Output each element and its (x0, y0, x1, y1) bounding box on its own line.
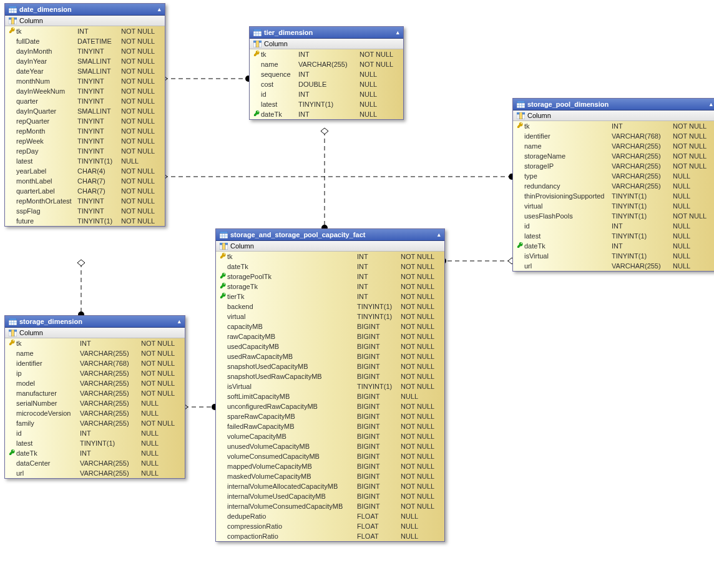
column-row[interactable]: nameVARCHAR(255)NOT NULL (250, 59, 403, 69)
column-row[interactable]: nameVARCHAR(255)NOT NULL (5, 348, 185, 358)
entity-table[interactable]: date_dimension▴ColumntkINTNOT NULLfullDa… (4, 3, 165, 227)
column-row[interactable]: tkINTNOT NULL (216, 252, 444, 262)
column-row[interactable]: dateTkINTNULL (513, 241, 714, 251)
column-row[interactable]: serialNumberVARCHAR(255)NULL (5, 398, 185, 408)
table-title-bar[interactable]: storage_pool_dimension▴ (513, 99, 714, 110)
column-row[interactable]: latestTINYINT(1)NULL (5, 438, 185, 448)
collapse-icon[interactable]: ▴ (438, 232, 441, 238)
collapse-icon[interactable]: ▴ (396, 29, 399, 36)
table-title-bar[interactable]: tier_dimension▴ (250, 27, 403, 39)
column-row[interactable]: identifierVARCHAR(768)NOT NULL (513, 131, 714, 141)
column-row[interactable]: futureTINYINT(1)NOT NULL (5, 216, 165, 226)
collapse-icon[interactable]: ▴ (710, 101, 713, 107)
column-row[interactable]: volumeCapacityMBBIGINTNOT NULL (216, 431, 444, 441)
column-row[interactable]: unconfiguredRawCapacityMBBIGINTNOT NULL (216, 401, 444, 411)
column-row[interactable]: manufacturerVARCHAR(255)NOT NULL (5, 388, 185, 398)
collapse-icon[interactable]: ▴ (158, 6, 161, 12)
column-row[interactable]: ipVARCHAR(255)NOT NULL (5, 368, 185, 378)
column-row[interactable]: isVirtualTINYINT(1)NOT NULL (216, 381, 444, 391)
column-row[interactable]: typeVARCHAR(255)NULL (513, 171, 714, 181)
column-row[interactable]: compressionRatioFLOATNULL (216, 521, 444, 531)
column-row[interactable]: latestTINYINT(1)NULL (5, 156, 165, 166)
column-row[interactable]: dateTkINTNULL (250, 109, 403, 119)
column-row[interactable]: dedupeRatioFLOATNULL (216, 511, 444, 521)
column-row[interactable]: virtualTINYINT(1)NULL (513, 201, 714, 211)
column-row[interactable]: quarterLabelCHAR(7)NOT NULL (5, 186, 165, 196)
column-row[interactable]: usesFlashPoolsTINYINT(1)NOT NULL (513, 211, 714, 221)
column-row[interactable]: storageNameVARCHAR(255)NOT NULL (513, 151, 714, 161)
column-row[interactable]: sequenceINTNULL (250, 69, 403, 79)
column-row[interactable]: idINTNULL (250, 89, 403, 99)
column-row[interactable]: dateYearSMALLINTNOT NULL (5, 66, 165, 76)
column-row[interactable]: familyVARCHAR(255)NOT NULL (5, 418, 185, 428)
entity-table[interactable]: storage_dimension▴ColumntkINTNOT NULLnam… (4, 315, 185, 479)
column-row[interactable]: snapshotUsedRawCapacityMBBIGINTNOT NULL (216, 371, 444, 381)
column-row[interactable]: backendTINYINT(1)NOT NULL (216, 301, 444, 311)
column-row[interactable]: thinProvisioningSupportedTINYINT(1)NULL (513, 191, 714, 201)
entity-table[interactable]: storage_and_storage_pool_capacity_fact▴C… (215, 228, 445, 542)
column-row[interactable]: isVirtualTINYINT(1)NULL (513, 251, 714, 261)
column-row[interactable]: repMonthOrLatestTINYINTNOT NULL (5, 196, 165, 206)
column-row[interactable]: idINTNULL (5, 428, 185, 438)
column-row[interactable]: microcodeVersionVARCHAR(255)NULL (5, 408, 185, 418)
column-row[interactable]: internalVolumeUsedCapacityMBBIGINTNOT NU… (216, 491, 444, 501)
collapse-icon[interactable]: ▴ (178, 318, 181, 325)
column-row[interactable]: fullDateDATETIMENOT NULL (5, 36, 165, 46)
column-row[interactable]: maskedVolumeCapacityMBBIGINTNOT NULL (216, 471, 444, 481)
column-row[interactable]: rawCapacityMBBIGINTNOT NULL (216, 331, 444, 341)
column-row[interactable]: internalVolumeAllocatedCapacityMBBIGINTN… (216, 481, 444, 491)
table-title-bar[interactable]: storage_dimension▴ (5, 316, 185, 328)
table-title-bar[interactable]: storage_and_storage_pool_capacity_fact▴ (216, 229, 444, 241)
column-row[interactable]: unusedVolumeCapacityMBBIGINTNOT NULL (216, 441, 444, 451)
column-row[interactable]: snapshotUsedCapacityMBBIGINTNOT NULL (216, 361, 444, 371)
table-title-bar[interactable]: date_dimension▴ (5, 4, 165, 16)
column-row[interactable]: latestTINYINT(1)NULL (513, 231, 714, 241)
column-row[interactable]: tkINTNOT NULL (513, 121, 714, 131)
column-row[interactable]: softLimitCapacityMBBIGINTNULL (216, 391, 444, 401)
column-row[interactable]: failedRawCapacityMBBIGINTNOT NULL (216, 421, 444, 431)
column-row[interactable]: urlVARCHAR(255)NULL (513, 261, 714, 271)
column-row[interactable]: redundancyVARCHAR(255)NULL (513, 181, 714, 191)
column-row[interactable]: usedCapacityMBBIGINTNOT NULL (216, 341, 444, 351)
column-row[interactable]: monthNumTINYINTNOT NULL (5, 76, 165, 86)
column-row[interactable]: volumeConsumedCapacityMBBIGINTNOT NULL (216, 451, 444, 461)
column-row[interactable]: monthLabelCHAR(7)NOT NULL (5, 176, 165, 186)
column-row[interactable]: urlVARCHAR(255)NULL (5, 468, 185, 478)
column-row[interactable]: repQuarterTINYINTNOT NULL (5, 116, 165, 126)
column-row[interactable]: spareRawCapacityMBBIGINTNOT NULL (216, 411, 444, 421)
column-row[interactable]: tierTkINTNOT NULL (216, 292, 444, 301)
column-row[interactable]: latestTINYINT(1)NULL (250, 99, 403, 109)
entity-table[interactable]: storage_pool_dimension▴ColumntkINTNOT NU… (512, 98, 714, 272)
column-row[interactable]: storageTkINTNOT NULL (216, 282, 444, 292)
entity-table[interactable]: tier_dimension▴ColumntkINTNOT NULLnameVA… (249, 26, 404, 120)
column-row[interactable]: modelVARCHAR(255)NOT NULL (5, 378, 185, 388)
column-row[interactable]: storagePoolTkINTNOT NULL (216, 272, 444, 282)
column-row[interactable]: dateTkINTNOT NULL (216, 262, 444, 272)
column-row[interactable]: costDOUBLENULL (250, 79, 403, 89)
column-row[interactable]: internalVolumeConsumedCapacityMBBIGINTNO… (216, 501, 444, 511)
column-row[interactable]: capacityMBBIGINTNOT NULL (216, 321, 444, 331)
column-row[interactable]: dateTkINTNULL (5, 448, 185, 458)
column-row[interactable]: dayInWeekNumTINYINTNOT NULL (5, 86, 165, 96)
column-row[interactable]: storageIPVARCHAR(255)NOT NULL (513, 161, 714, 171)
column-row[interactable]: dayInQuarterSMALLINTNOT NULL (5, 106, 165, 116)
column-row[interactable]: sspFlagTINYINTNOT NULL (5, 206, 165, 216)
column-row[interactable]: repWeekTINYINTNOT NULL (5, 136, 165, 146)
column-row[interactable]: mappedVolumeCapacityMBBIGINTNOT NULL (216, 461, 444, 471)
column-row[interactable]: dayInYearSMALLINTNOT NULL (5, 56, 165, 66)
column-row[interactable]: quarterTINYINTNOT NULL (5, 96, 165, 106)
column-row[interactable]: usedRawCapacityMBBIGINTNOT NULL (216, 351, 444, 361)
column-row[interactable]: nameVARCHAR(255)NOT NULL (513, 141, 714, 151)
column-row[interactable]: repMonthTINYINTNOT NULL (5, 126, 165, 136)
column-row[interactable]: compactionRatioFLOATNULL (216, 531, 444, 541)
column-row[interactable]: yearLabelCHAR(4)NOT NULL (5, 166, 165, 176)
column-row[interactable]: idINTNULL (513, 221, 714, 231)
column-row[interactable]: dayInMonthTINYINTNOT NULL (5, 46, 165, 56)
column-row[interactable]: tkINTNOT NULL (250, 49, 403, 59)
column-row[interactable]: identifierVARCHAR(768)NOT NULL (5, 358, 185, 368)
column-row[interactable]: virtualTINYINT(1)NOT NULL (216, 311, 444, 321)
column-row[interactable]: repDayTINYINTNOT NULL (5, 146, 165, 156)
column-row[interactable]: tkINTNOT NULL (5, 338, 185, 348)
column-row[interactable]: dataCenterVARCHAR(255)NULL (5, 458, 185, 468)
column-row[interactable]: tkINTNOT NULL (5, 26, 165, 36)
